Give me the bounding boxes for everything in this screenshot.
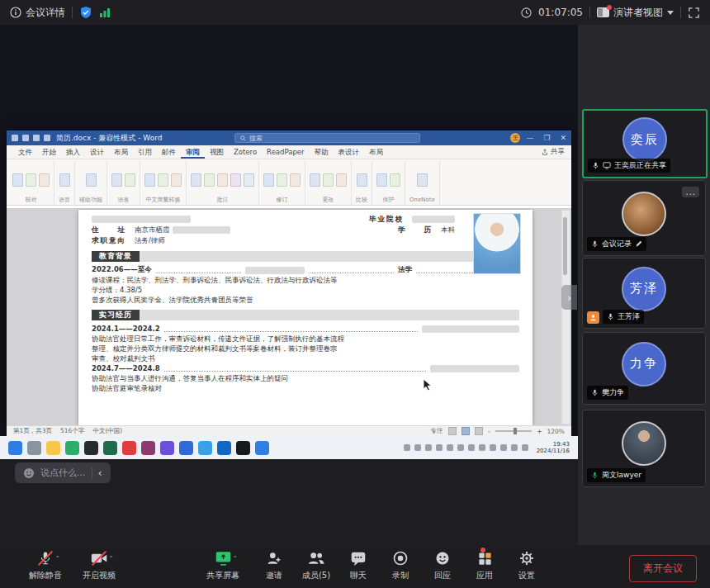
tray-icon[interactable] [436,444,443,451]
word-count[interactable]: 516个字 [60,427,84,435]
read-mode-icon[interactable] [448,427,457,435]
start-video-button[interactable]: ⌃ 开启视频 [78,549,120,581]
ribbon-command-icon[interactable] [417,173,428,187]
security-shield-icon[interactable] [79,6,92,19]
word-search-box[interactable]: 搜索 [234,133,420,143]
ribbon-command-icon[interactable] [336,173,347,187]
ribbon-command-icon[interactable] [290,173,301,187]
restore-button[interactable]: ❐ [543,134,550,142]
ribbon-command-icon[interactable] [59,173,70,187]
ribbon-group[interactable]: 批注 [187,161,259,205]
outlook-icon[interactable] [217,441,231,455]
zoom-level[interactable]: 120% [547,428,565,435]
focus-mode-label[interactable]: 专注 [431,427,443,435]
wechat-icon[interactable] [65,441,79,455]
word-tab[interactable]: 布局 [364,146,388,159]
ribbon-group[interactable]: OneNote [405,161,440,205]
settings-app-icon[interactable] [27,441,41,455]
file-explorer-icon[interactable] [46,441,60,455]
chevron-up-icon[interactable]: ⌃ [108,555,114,562]
web-layout-icon[interactable] [475,427,483,435]
chevron-up-icon[interactable]: ⌃ [232,555,238,562]
chat-input-placeholder[interactable]: 说点什么... [40,467,86,479]
ribbon-command-icon[interactable] [357,173,367,187]
zoom-slider[interactable] [495,430,532,432]
ribbon-command-icon[interactable] [12,173,23,187]
zoom-slider-knob[interactable] [514,428,517,434]
wps-icon[interactable] [141,441,155,455]
ribbon-group[interactable]: 保护 [372,161,405,205]
ribbon-command-icon[interactable] [244,173,254,187]
ribbon-command-icon[interactable] [191,173,201,187]
word-tab[interactable]: 插入 [61,146,85,159]
ribbon-command-icon[interactable] [204,173,215,187]
app-blue-icon[interactable] [255,441,269,455]
ribbon-command-icon[interactable] [230,173,241,187]
app-n-icon[interactable] [179,441,193,455]
more-options-icon[interactable]: ... [682,187,699,197]
zoom-in-button[interactable]: + [537,428,542,435]
browser-icon[interactable] [198,441,212,455]
language-indicator[interactable]: 中文(中国) [92,427,122,435]
reactions-button[interactable]: 回应 [422,549,463,581]
quick-access-toolbar[interactable] [12,135,50,141]
participant-tile-host[interactable]: 芳泽 王芳泽 [582,258,706,329]
ribbon-command-icon[interactable] [277,173,287,187]
tray-icon[interactable] [404,444,410,451]
ribbon-command-icon[interactable] [376,173,387,187]
leave-meeting-button[interactable]: 离开会议 [629,555,697,582]
app-purple-icon[interactable] [160,441,174,455]
tray-icon[interactable] [490,444,496,451]
ribbon-command-icon[interactable] [26,173,36,187]
participant-tile-sharing[interactable]: 奕辰 王奕辰正在共享 [582,109,708,178]
ribbon-command-icon[interactable] [323,173,334,187]
tray-icon[interactable] [468,444,475,451]
tray-icon[interactable] [414,444,421,451]
notes-app-icon[interactable] [103,441,117,455]
ribbon-group[interactable]: 比较 [352,161,372,205]
fullscreen-icon[interactable] [688,7,700,19]
record-button[interactable]: 录制 [380,549,421,581]
word-tab[interactable]: Zotero [229,146,262,159]
participant-tile-video[interactable]: 周文lawyer [582,410,706,487]
ribbon-command-icon[interactable] [171,173,182,187]
scrollbar-thumb[interactable] [563,217,567,275]
ribbon-command-icon[interactable] [217,173,228,187]
account-avatar[interactable]: 王 [510,133,520,143]
ribbon-command-icon[interactable] [125,173,135,187]
ribbon-group[interactable]: 语音 [54,161,75,205]
zoom-out-button[interactable]: – [488,428,491,435]
ribbon-command-icon[interactable] [144,173,155,187]
undo-icon[interactable] [22,135,29,141]
invite-button[interactable]: 邀请 [253,549,295,581]
ribbon-group[interactable]: 修订 [259,161,305,205]
qq-icon[interactable] [84,441,98,455]
vertical-scrollbar[interactable] [561,210,570,424]
word-tab[interactable]: 帮助 [310,146,334,159]
close-button[interactable]: ✕ [560,134,566,142]
ribbon-command-icon[interactable] [310,173,320,187]
view-mode-button[interactable]: 演讲者视图 [597,6,674,20]
word-share-button[interactable]: 共享 [542,147,565,157]
word-tab[interactable]: 表设计 [334,146,365,159]
print-icon[interactable] [44,135,50,141]
word-tab[interactable]: 设计 [85,146,109,159]
ribbon-group[interactable]: 语言 [107,161,140,205]
tray-icon[interactable] [522,444,528,451]
tray-icon[interactable] [500,444,507,451]
save-icon[interactable] [12,135,18,141]
ribbon-command-icon[interactable] [86,173,97,187]
ribbon-group[interactable]: 更改 [305,161,352,205]
members-button[interactable]: 成员(5) [296,549,337,581]
ribbon-group[interactable]: 中文简繁转换 [140,161,187,205]
ribbon-command-icon[interactable] [390,173,400,187]
sidebar-collapse-button[interactable]: › [561,285,577,310]
word-title-bar[interactable]: 简历.docx - 兼容性模式 - Word 搜索 王 — ❐ ✕ [7,130,571,145]
tray-icon[interactable] [447,444,453,451]
chevron-left-icon[interactable]: ‹ [98,467,102,479]
unmute-button[interactable]: ⌃ 解除静音 [25,549,66,581]
ribbon-command-icon[interactable] [263,173,274,187]
word-tab[interactable]: ReadPaper [262,146,309,159]
tray-icon[interactable] [457,444,464,451]
share-screen-button[interactable]: ⌃ 共享屏幕 [202,549,244,581]
